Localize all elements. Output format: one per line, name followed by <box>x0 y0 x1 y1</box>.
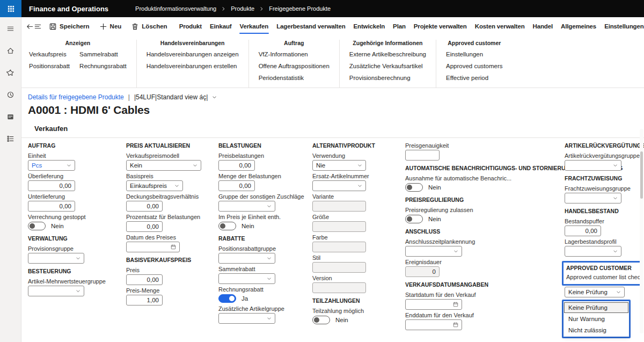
menu-item-approved-customers[interactable]: Approved customers <box>446 63 502 69</box>
star-icon[interactable] <box>6 68 16 77</box>
toggle-ausnahme-fur-automatische-benachric: Nein <box>405 183 565 192</box>
form-field-verkaufspreismodell: VerkaufspreismodellKein <box>126 152 218 171</box>
menu-item-einstellungen[interactable]: Einstellungen <box>446 51 502 57</box>
neu-button[interactable]: Neu <box>94 23 127 31</box>
menu-item-effective-period[interactable]: Effective period <box>446 75 502 81</box>
field-provisionsgruppe[interactable] <box>28 253 84 264</box>
field-gruppe-der-sonstigen-zuschlage[interactable] <box>218 201 275 212</box>
back-button[interactable] <box>26 20 34 32</box>
tab-allgemeines[interactable]: Allgemeines <box>560 22 597 31</box>
tab-produkt[interactable]: Produkt <box>179 22 202 31</box>
menu-item-externe-artikelbeschreibung[interactable]: Externe Artikelbeschreibung <box>349 51 426 57</box>
field-label: Verkaufspreismodell <box>126 152 218 159</box>
field-anschlusszeitplankennung[interactable] <box>405 246 462 257</box>
toggle-switch[interactable] <box>28 222 46 230</box>
home-icon[interactable] <box>6 46 16 55</box>
field-lagerbestandsprofil[interactable] <box>565 246 621 257</box>
menu-item-positionsrabatt[interactable]: Positionsrabatt <box>29 63 70 69</box>
toggle-switch[interactable] <box>405 183 423 192</box>
group-basisverkaufspreis: BASISVERKAUFSPREISPreis0,00Preis-Menge1,… <box>126 257 218 305</box>
ribbon-group-auftrag: AuftragVfZ-InformationenOffene Auftragsp… <box>249 40 340 88</box>
form-field-verrechnung-gestoppt: Verrechnung gestopptNein <box>28 214 126 231</box>
field-artikelruckvergutungsgruppe[interactable] <box>565 160 621 171</box>
group-title: VERWALTUNG <box>28 235 126 242</box>
workspaces-icon[interactable] <box>6 112 16 121</box>
field-artikel-mehrwertsteuergruppe[interactable] <box>28 286 84 296</box>
history-icon[interactable] <box>6 90 16 99</box>
menu-item-provisionsberechnung[interactable]: Provisionsberechnung <box>349 75 426 81</box>
menu-item-verkaufspreis[interactable]: Verkaufspreis <box>29 51 70 57</box>
tab-plan[interactable]: Plan <box>392 22 406 31</box>
tab-verkaufen[interactable]: Verkaufen <box>239 22 269 31</box>
field-verwendung[interactable]: Nie <box>312 160 366 171</box>
field-verkaufspreismodell[interactable]: Kein <box>126 160 201 171</box>
field-menge-der-belastungen[interactable]: 0,00 <box>218 180 255 191</box>
tab-kosten-verwalten[interactable]: Kosten verwalten <box>474 22 525 31</box>
approved-customer-select[interactable]: Keine Prüfung <box>565 287 625 297</box>
menu-item-zusatzliche-verkaufsartikel[interactable]: Zusätzliche Verkaufsartikel <box>349 63 426 69</box>
field-preisbelastungen[interactable]: 0,00 <box>218 160 255 171</box>
breadcrumb-item-freigegebene-produkte[interactable]: Freigegebene Produkte <box>269 5 331 12</box>
menu-item-periodenstatistik[interactable]: Periodenstatistik <box>259 75 330 81</box>
tab-entwickeln[interactable]: Entwickeln <box>353 22 386 31</box>
hamburger-icon[interactable] <box>6 24 16 33</box>
tab-lagerbestand-verwalten[interactable]: Lagerbestand verwalten <box>276 22 346 31</box>
toggle-switch[interactable] <box>405 215 423 223</box>
field-basispreis[interactable]: Einkaufspreis <box>126 180 183 191</box>
menu-item-handelsvereinbarungen-anzeigen[interactable]: Handelsvereinbarungen anzeigen <box>147 51 239 57</box>
modules-icon[interactable] <box>6 134 16 143</box>
field-preisgenauigkeit[interactable] <box>405 150 440 161</box>
form-field-unterlieferung: Unterlieferung0,00 <box>28 193 126 212</box>
calendar-icon[interactable] <box>453 322 458 328</box>
form-field-menge-der-belastungen: Menge der Belastungen0,00 <box>218 173 312 191</box>
tab-einstellungen[interactable]: Einstellungen <box>604 22 644 31</box>
menu-item-handelsvereinbarungen-erstellen[interactable]: Handelsvereinbarungen erstellen <box>147 63 239 69</box>
select-option-keine-prufung[interactable]: Keine Prüfung <box>564 302 628 313</box>
field-preis[interactable]: 0,00 <box>126 274 163 285</box>
view-selector[interactable]: |54LUF|Standard view áç| <box>134 93 208 101</box>
field-uberlieferung[interactable]: 0,00 <box>28 180 75 191</box>
menu-item-vfz-informationen[interactable]: VfZ-Informationen <box>259 51 330 57</box>
menu-item-offene-auftragspositionen[interactable]: Offene Auftragspositionen <box>259 63 330 69</box>
toggle-switch[interactable] <box>218 222 236 230</box>
field-prozentsatz-fur-belastungen[interactable]: 0,00 <box>126 221 163 232</box>
form-column-2: PREIS AKTUALISIERENVerkaufspreismodellKe… <box>126 142 218 342</box>
field-positionsrabattgruppe[interactable] <box>218 253 275 264</box>
field-preis-menge[interactable]: 1,00 <box>126 295 163 305</box>
details-link[interactable]: Details für freigegebene Produkte <box>28 93 124 101</box>
calendar-icon[interactable] <box>453 302 458 307</box>
menu-item-sammelrabatt[interactable]: Sammelrabatt <box>79 51 127 57</box>
section-tab-verkaufen[interactable]: Verkaufen <box>34 125 68 133</box>
nav-toggle-button[interactable] <box>34 20 42 32</box>
speichern-button[interactable]: Speichern <box>44 23 94 31</box>
field-enddatum-fur-den-verkauf[interactable] <box>405 319 462 330</box>
vertical-scrollbar[interactable] <box>640 129 643 333</box>
calendar-icon[interactable] <box>171 244 176 250</box>
field-datum-des-preises[interactable] <box>126 242 180 252</box>
field-deckungsbeitragsverhaltnis[interactable]: 0,00 <box>126 201 163 212</box>
tab-handel[interactable]: Handel <box>532 22 553 31</box>
tab-projekte-verwalten[interactable]: Projekte verwalten <box>413 22 467 31</box>
field-startdatum-fur-den-verkauf[interactable] <box>405 299 462 310</box>
breadcrumb-item-produktinformationsverwaltung[interactable]: Produktinformationsverwaltung <box>135 5 216 12</box>
tab-einkauf[interactable]: Einkauf <box>209 22 232 31</box>
form-field-artikelruckvergutungsgruppe: Artikelrückvergütungsgruppe <box>565 152 644 171</box>
field-bestandspuffer[interactable]: 0,00 <box>565 225 601 236</box>
chevron-down-icon[interactable] <box>212 95 217 100</box>
field-frachtzuweisungsgruppe[interactable] <box>565 193 621 203</box>
loschen-button[interactable]: Löschen <box>126 23 172 31</box>
field-zusatzliche-artikelgruppe[interactable] <box>218 313 275 324</box>
app-title[interactable]: Finance and Operations <box>21 5 116 13</box>
breadcrumb-item-produkte[interactable]: Produkte <box>231 5 254 12</box>
toggle-switch[interactable] <box>312 316 330 324</box>
field-unterlieferung[interactable]: 0,00 <box>28 201 75 212</box>
app-launcher-button[interactable] <box>0 0 21 17</box>
scrollbar-thumb[interactable] <box>640 151 643 199</box>
select-option-nicht-zulassig[interactable]: Nicht zulässig <box>564 325 628 336</box>
menu-item-rechnungsrabatt[interactable]: Rechnungsrabatt <box>79 63 127 69</box>
select-option-nur-warnung[interactable]: Nur Warnung <box>564 314 628 324</box>
toggle-switch[interactable] <box>218 294 236 303</box>
field-ersatz-artikelnummer[interactable] <box>312 180 366 191</box>
field-einheit[interactable]: Pcs <box>28 160 75 171</box>
field-sammelrabatt[interactable] <box>218 273 275 284</box>
